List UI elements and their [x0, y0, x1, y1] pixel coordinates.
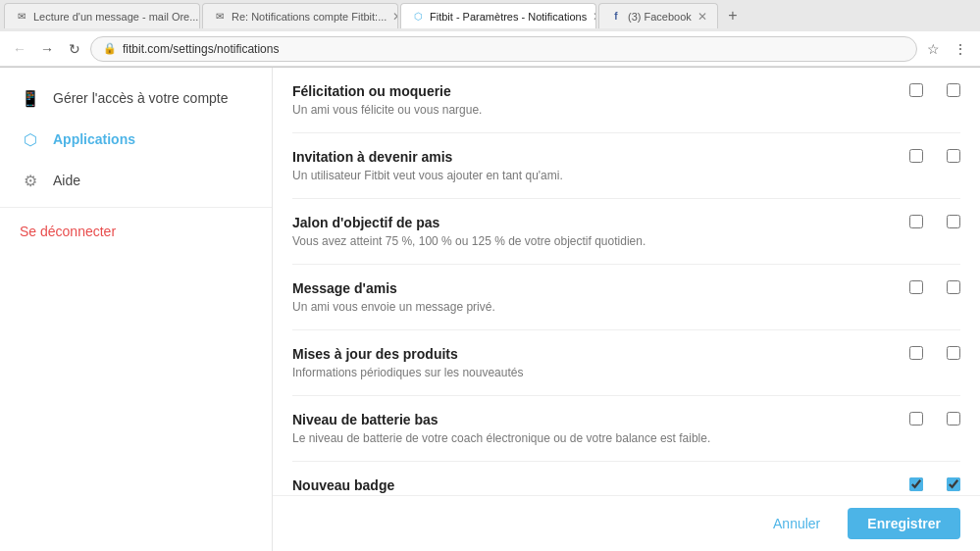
notif-check2-jalon[interactable]: [947, 215, 960, 228]
footer-bar: Annuler Enregistrer: [273, 495, 980, 551]
facebook-icon: f: [609, 10, 623, 24]
help-icon: ⚙: [20, 170, 41, 191]
reload-button[interactable]: ↻: [63, 37, 86, 61]
sidebar-item-compte[interactable]: 📱 Gérer l'accès à votre compte: [0, 77, 272, 119]
notif-info-mises-a-jour: Mises à jour des produits Informations p…: [292, 346, 882, 379]
notif-check1-badge[interactable]: [909, 477, 923, 491]
notif-desc-message: Un ami vous envoie un message privé.: [292, 300, 882, 314]
sidebar: 📱 Gérer l'accès à votre compte ⬡ Applica…: [0, 68, 273, 551]
notif-check2-mises-a-jour[interactable]: [947, 346, 960, 360]
page: 📱 Gérer l'accès à votre compte ⬡ Applica…: [0, 68, 980, 551]
notif-title-batterie: Niveau de batterie bas: [292, 412, 882, 427]
notif-desc-felicitation: Un ami vous félicite ou vous nargue.: [292, 103, 882, 117]
notification-row-jalon: Jalon d'objectif de pas Vous avez attein…: [292, 199, 960, 265]
tab-close-2[interactable]: ✕: [392, 10, 398, 24]
tab-fitbit-notifications[interactable]: ⬡ Fitbit - Paramètres - Notifications ✕: [400, 3, 596, 28]
notif-toggles-mises-a-jour: [882, 346, 960, 360]
notif-check1-message[interactable]: [909, 280, 923, 294]
notif-info-message: Message d'amis Un ami vous envoie un mes…: [292, 280, 882, 314]
bookmark-button[interactable]: ☆: [921, 37, 945, 61]
notif-check2-batterie[interactable]: [947, 412, 960, 426]
notif-info-invitation: Invitation à devenir amis Un utilisateur…: [292, 149, 882, 182]
new-tab-button[interactable]: +: [720, 3, 746, 28]
notif-check1-batterie[interactable]: [909, 412, 923, 426]
notification-row-message: Message d'amis Un ami vous envoie un mes…: [292, 265, 960, 330]
notification-row-mises-a-jour: Mises à jour des produits Informations p…: [292, 330, 960, 396]
notif-title-felicitation: Félicitation ou moquerie: [292, 83, 882, 99]
lock-icon: 🔒: [103, 42, 117, 55]
notif-check1-invitation[interactable]: [909, 149, 923, 163]
notif-toggles-felicitation: [882, 83, 960, 97]
notif-check2-felicitation[interactable]: [947, 83, 960, 97]
notification-row-batterie: Niveau de batterie bas Le niveau de batt…: [292, 396, 960, 462]
address-text: fitbit.com/settings/notifications: [123, 42, 279, 56]
notif-title-mises-a-jour: Mises à jour des produits: [292, 346, 882, 362]
notif-desc-jalon: Vous avez atteint 75 %, 100 % ou 125 % d…: [292, 234, 882, 248]
address-bar[interactable]: 🔒 fitbit.com/settings/notifications: [90, 36, 917, 62]
logout-link[interactable]: Se déconnecter: [0, 214, 272, 249]
notif-toggles-batterie: [882, 412, 960, 426]
sidebar-item-aide[interactable]: ⚙ Aide: [0, 160, 272, 201]
nav-bar: ← → ↻ 🔒 fitbit.com/settings/notification…: [0, 31, 980, 67]
notification-row-felicitation: Félicitation ou moquerie Un ami vous fél…: [292, 68, 960, 133]
notif-title-message: Message d'amis: [292, 280, 882, 296]
notif-check2-message[interactable]: [947, 280, 960, 294]
notif-info-batterie: Niveau de batterie bas Le niveau de batt…: [292, 412, 882, 445]
sidebar-divider: [0, 207, 272, 208]
notif-check2-invitation[interactable]: [947, 149, 960, 163]
cancel-button[interactable]: Annuler: [757, 508, 836, 539]
notif-desc-mises-a-jour: Informations périodiques sur les nouveau…: [292, 366, 882, 379]
notif-check2-badge[interactable]: [947, 477, 960, 491]
apps-icon: ⬡: [20, 128, 41, 150]
notif-desc-invitation: Un utilisateur Fitbit veut vous ajouter …: [292, 169, 882, 182]
tab-mail-1[interactable]: ✉ Lecture d'un message - mail Ore... ✕: [4, 3, 200, 28]
sidebar-item-applications[interactable]: ⬡ Applications: [0, 119, 272, 160]
mail-icon-2: ✉: [213, 10, 227, 24]
phone-icon: 📱: [20, 87, 41, 109]
tab-bar: ✉ Lecture d'un message - mail Ore... ✕ ✉…: [0, 0, 980, 31]
notif-desc-batterie: Le niveau de batterie de votre coach éle…: [292, 431, 882, 445]
forward-button[interactable]: →: [35, 37, 59, 61]
tab-mail-2[interactable]: ✉ Re: Notifications compte Fitbit:... ✕: [202, 3, 398, 28]
notification-list: Félicitation ou moquerie Un ami vous fél…: [292, 68, 960, 551]
notif-info-felicitation: Félicitation ou moquerie Un ami vous fél…: [292, 83, 882, 117]
settings-button[interactable]: ⋮: [949, 37, 972, 61]
back-button[interactable]: ←: [8, 37, 31, 61]
notif-title-badge: Nouveau badge: [292, 477, 882, 493]
fitbit-icon: ⬡: [411, 10, 425, 24]
notif-title-jalon: Jalon d'objectif de pas: [292, 215, 882, 230]
main-content: Félicitation ou moquerie Un ami vous fél…: [273, 68, 980, 551]
tab-close-4[interactable]: ✕: [697, 10, 707, 24]
notif-check1-mises-a-jour[interactable]: [909, 346, 923, 360]
notif-toggles-invitation: [882, 149, 960, 163]
notif-toggles-message: [882, 280, 960, 294]
browser-chrome: ✉ Lecture d'un message - mail Ore... ✕ ✉…: [0, 0, 980, 68]
notif-title-invitation: Invitation à devenir amis: [292, 149, 882, 165]
save-button[interactable]: Enregistrer: [848, 508, 960, 539]
notif-check1-jalon[interactable]: [909, 215, 923, 228]
notif-info-jalon: Jalon d'objectif de pas Vous avez attein…: [292, 215, 882, 248]
notification-row-invitation: Invitation à devenir amis Un utilisateur…: [292, 133, 960, 199]
notif-toggles-jalon: [882, 215, 960, 228]
mail-icon-1: ✉: [15, 10, 28, 24]
notif-toggles-badge: [882, 477, 960, 491]
notif-check1-felicitation[interactable]: [909, 83, 923, 97]
tab-facebook[interactable]: f (3) Facebook ✕: [598, 3, 718, 28]
tab-close-3[interactable]: ✕: [593, 10, 596, 24]
